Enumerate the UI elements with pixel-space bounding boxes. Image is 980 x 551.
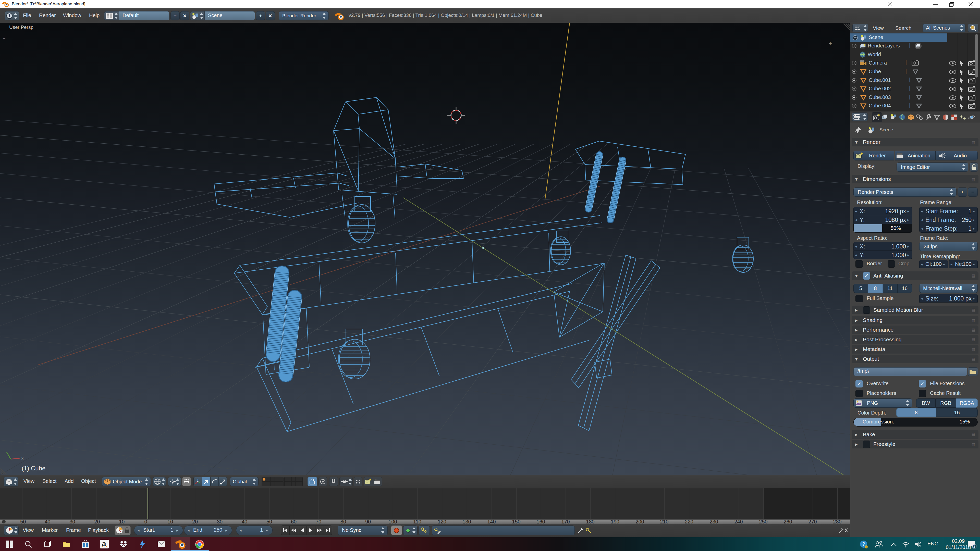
svg-text:?: ?: [862, 541, 865, 547]
svg-text:i: i: [866, 546, 866, 548]
svg-text:x: x: [21, 456, 24, 460]
svg-text:2: 2: [974, 545, 975, 548]
